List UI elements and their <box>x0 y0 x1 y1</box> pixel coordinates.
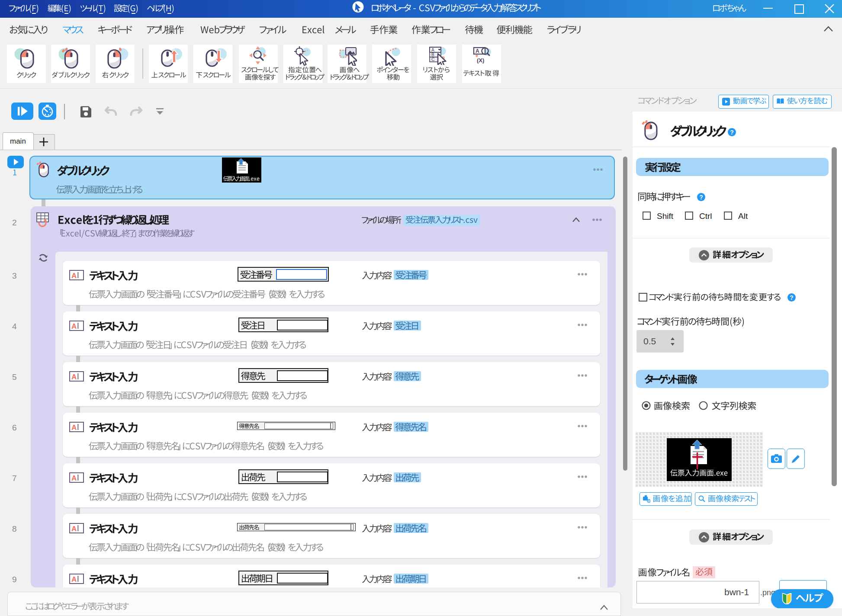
svg-text:A: A <box>71 373 77 381</box>
svg-text:A: A <box>71 424 77 432</box>
svg-text:?: ? <box>730 129 734 136</box>
svg-text:C: C <box>431 57 434 62</box>
svg-text:B: B <box>431 52 434 57</box>
svg-text:?: ? <box>790 294 794 301</box>
svg-text:A: A <box>71 525 77 533</box>
svg-text:A: A <box>71 272 77 280</box>
svg-text:A: A <box>71 322 77 330</box>
svg-text:?: ? <box>699 194 703 201</box>
svg-text:A: A <box>71 474 77 482</box>
svg-text:A: A <box>476 48 479 54</box>
svg-text:A: A <box>431 48 434 52</box>
svg-text:A: A <box>71 575 77 584</box>
svg-text:(X): (X) <box>477 57 484 64</box>
